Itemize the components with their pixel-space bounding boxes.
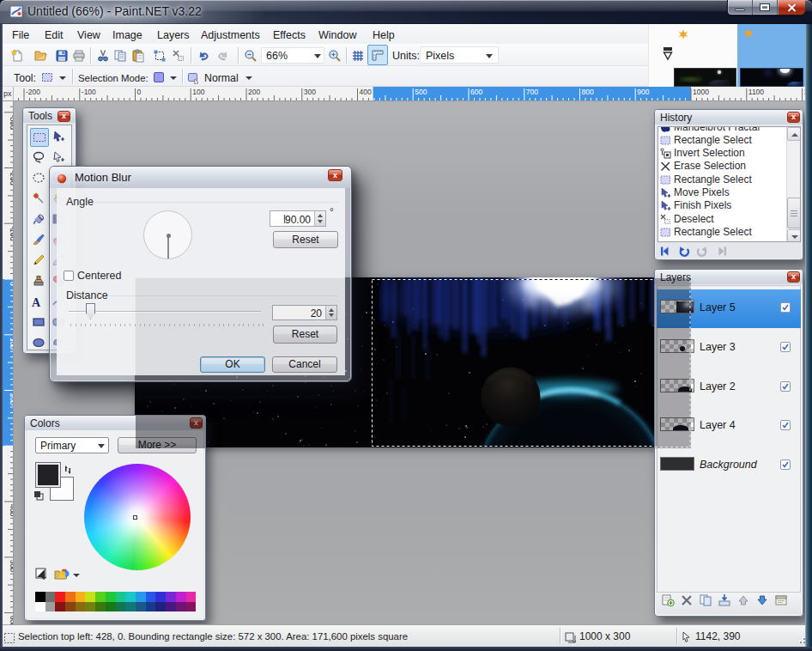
svg-text:800: 800: [582, 88, 594, 96]
svg-text:600: 600: [470, 88, 482, 96]
svg-text:400: 400: [360, 88, 372, 96]
svg-text:700: 700: [526, 88, 538, 96]
svg-text:500: 500: [415, 88, 427, 96]
svg-text:200: 200: [248, 88, 260, 96]
svg-text:100: 100: [192, 88, 204, 96]
svg-text:-100: -100: [82, 88, 96, 96]
svg-text:-200: -200: [26, 88, 40, 96]
svg-text:1000: 1000: [693, 88, 709, 96]
svg-text:900: 900: [637, 88, 649, 96]
svg-text:0: 0: [137, 88, 142, 96]
svg-text:300: 300: [304, 88, 316, 96]
svg-text:1100: 1100: [748, 88, 765, 96]
